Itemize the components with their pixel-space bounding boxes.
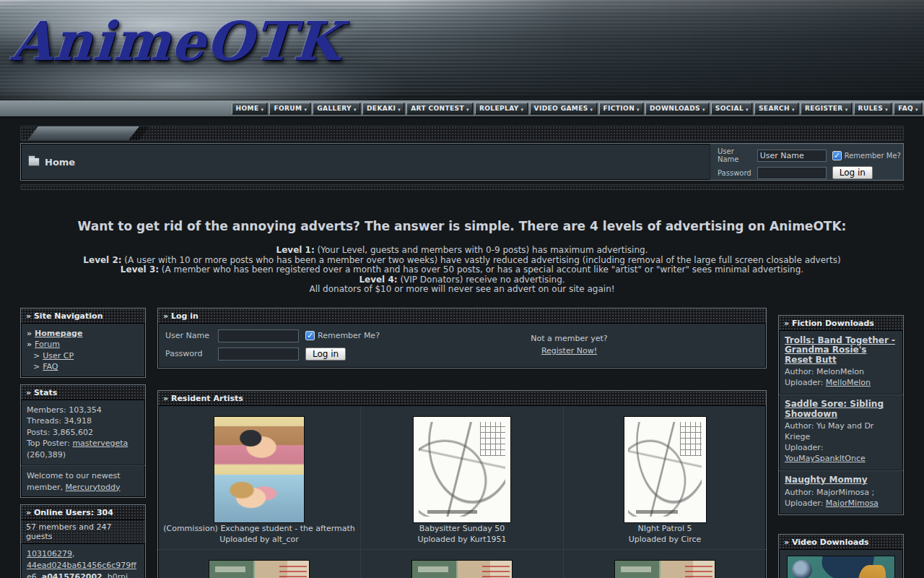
advert-level-line: Level 3: (A member who has been register…	[20, 265, 904, 275]
home-icon	[28, 158, 40, 166]
artwork-cell	[158, 550, 360, 578]
stats-panel: Stats Members: 103,354 Threads: 34,918 P…	[20, 384, 146, 499]
stat-label: Top Poster:	[27, 439, 72, 448]
nav-button[interactable]: VIDEO GAMES	[530, 103, 597, 114]
online-users-summary: 57 members and 247 guests	[21, 520, 145, 544]
login-panel: Log in User Name Remember Me? Password L…	[157, 308, 767, 368]
chevron-down-icon[interactable]	[792, 105, 795, 113]
fiction-title-link[interactable]: Naughty Mommy	[785, 475, 897, 486]
remember-me: Remember Me?	[305, 331, 380, 340]
chevron-down-icon[interactable]	[466, 105, 469, 113]
sidebar-nav-row: »Forum	[27, 339, 139, 350]
chevron-down-icon[interactable]	[304, 105, 307, 113]
chevron-down-icon[interactable]	[637, 105, 640, 113]
nav-button[interactable]: RULES	[854, 103, 892, 114]
nav-button[interactable]: FORUM	[269, 103, 310, 114]
main-content: Log in User Name Remember Me? Password L…	[157, 308, 767, 578]
stat-line: Threads: 34,918	[27, 415, 139, 427]
thumb-shape	[227, 480, 276, 514]
nav-button[interactable]: GALLERY	[313, 103, 360, 114]
username-label: User Name	[165, 331, 212, 340]
checked-checkbox-icon[interactable]	[832, 151, 842, 160]
artwork-thumbnail[interactable]	[624, 416, 707, 523]
fiction-uploader-link[interactable]: MajorMimosa	[826, 499, 879, 508]
nav-button-label: FICTION	[603, 105, 635, 112]
chevron-down-icon[interactable]	[261, 105, 263, 113]
video-thumbnail[interactable]	[787, 556, 895, 578]
level-text: (VIP Donators) receive no advertising.	[398, 275, 565, 285]
nav-button-label: ROLEPLAY	[479, 105, 519, 112]
online-user-link[interactable]: a0415762002	[42, 572, 103, 578]
decorative-strip	[20, 126, 904, 141]
newest-member-link[interactable]: Mercurytoddy	[65, 483, 120, 492]
stat-link[interactable]: mastervegeta	[72, 439, 128, 448]
online-user-link[interactable]: b0rni	[108, 572, 128, 578]
nav-button[interactable]: HOME	[232, 103, 268, 114]
nav-button[interactable]: FAQ	[894, 103, 922, 114]
nav-button[interactable]: REGISTER	[801, 103, 852, 114]
thumb-shape	[237, 430, 279, 460]
stat-line: (260,389)	[27, 449, 139, 461]
nav-button[interactable]: SOCIAL	[711, 103, 752, 114]
fiction-uploader-link[interactable]: YouMaySpankItOnce	[785, 454, 866, 463]
login-username-input[interactable]	[218, 329, 299, 342]
uploader-label: Uploader:	[785, 378, 823, 387]
artwork-cell: NIght Patrol 5 Uploaded by Circe	[563, 406, 766, 549]
online-user-link[interactable]: 103106279	[27, 549, 72, 558]
artwork-cell: (Commission) Exchange student - the afte…	[158, 406, 360, 549]
chevron-down-icon[interactable]	[590, 105, 593, 113]
artwork-thumbnail[interactable]	[209, 560, 310, 578]
nav-button[interactable]: DOWNLOADS	[645, 103, 709, 114]
header-login: User Name Remember Me? Password Log in	[710, 144, 903, 180]
sidebar-nav-row: >FAQ	[27, 361, 139, 373]
advert-level-line: Level 2: (A user with 10 or more posts w…	[20, 256, 904, 266]
site-logo: AnimeOTK	[9, 14, 343, 68]
sidebar-nav-row: »Homepage	[27, 328, 139, 340]
fiction-uploader-link[interactable]: MelloMelon	[826, 378, 871, 387]
thumb-shape	[632, 510, 681, 513]
fiction-title-link[interactable]: Trolls: Band Together - Grandma Rosie's …	[785, 336, 897, 366]
nav-button-label: GALLERY	[317, 105, 352, 112]
nav-button[interactable]: SEARCH	[754, 103, 798, 114]
nav-button[interactable]: ART CONTEST	[406, 103, 473, 114]
nav-button[interactable]: DEKAKI	[362, 103, 404, 114]
sidebar-nav-link[interactable]: Homepage	[35, 329, 82, 338]
nav-button[interactable]: ROLEPLAY	[475, 103, 528, 114]
checked-checkbox-icon[interactable]	[305, 331, 315, 340]
header-username-input[interactable]	[757, 150, 827, 162]
chevron-down-icon[interactable]	[746, 105, 749, 113]
nav-button-label: ART CONTEST	[411, 105, 464, 112]
sidebar-nav-link[interactable]: User CP	[43, 351, 74, 361]
artwork-thumbnail[interactable]	[411, 560, 513, 578]
chevron-down-icon[interactable]	[398, 105, 401, 113]
chevron-down-icon[interactable]	[354, 105, 357, 113]
nav-button[interactable]: FICTION	[599, 103, 644, 114]
header-password-input[interactable]	[757, 167, 827, 179]
remember-me-label: Remember Me?	[845, 152, 901, 160]
chevron-down-icon[interactable]	[885, 105, 888, 113]
fiction-author: Author: MelonMelon	[785, 366, 897, 377]
sidebar-nav-link[interactable]: FAQ	[43, 362, 58, 371]
login-button[interactable]: Log in	[305, 348, 346, 361]
chevron-down-icon[interactable]	[702, 105, 705, 113]
fiction-title-link[interactable]: Saddle Sore: Sibling Showdown	[785, 400, 897, 419]
level-text: (A member who has been registered over a…	[159, 264, 803, 275]
chevron-down-icon[interactable]	[915, 105, 918, 113]
panel-title: Fiction Downloads	[779, 316, 903, 331]
artwork-thumbnail[interactable]	[413, 416, 511, 523]
nav-button-label: SOCIAL	[715, 105, 744, 112]
video-downloads-panel: Video Downloads Tu Seras un Taxi, Mon Fi…	[778, 534, 904, 578]
page-title: Home	[45, 157, 75, 168]
stat-line: Posts: 3,865,602	[27, 427, 139, 439]
fiction-item: Naughty Mommy Author: MajorMimosa ; Uplo…	[779, 470, 903, 514]
sidebar-nav-link[interactable]: Forum	[35, 340, 60, 349]
bullet-icon: »	[27, 329, 32, 338]
chevron-down-icon[interactable]	[845, 105, 848, 113]
artwork-thumbnail[interactable]	[214, 416, 305, 523]
register-link[interactable]: Register Now!	[541, 346, 597, 355]
login-password-input[interactable]	[218, 348, 299, 361]
header-login-button[interactable]: Log in	[832, 166, 873, 179]
artwork-thumbnail[interactable]	[614, 560, 715, 578]
artwork-cell: Babysitter Sunday 50 Uploaded by Kurt195…	[360, 406, 563, 549]
chevron-down-icon[interactable]	[521, 105, 524, 113]
